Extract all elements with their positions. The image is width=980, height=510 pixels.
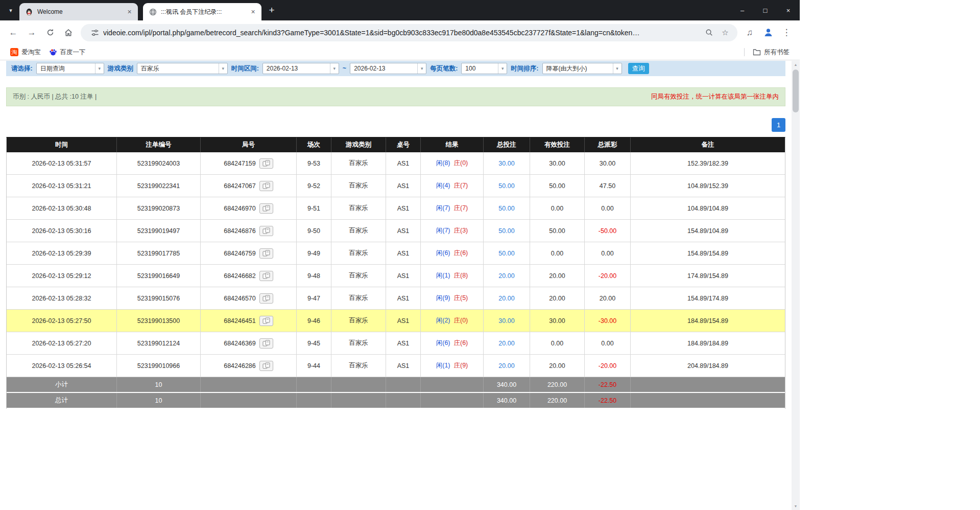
vertical-scrollbar[interactable]: ▲ ▼: [792, 61, 800, 510]
url-bar[interactable]: videoie.com/ipl/portal.php/game/betrecor…: [81, 24, 737, 41]
total-bet-link[interactable]: 50.00: [498, 182, 514, 190]
table-row: 2026-02-13 05:29:12 523199016649 6842466…: [7, 265, 785, 287]
search-button[interactable]: 查询: [628, 63, 649, 74]
scrollbar-thumb[interactable]: [793, 69, 799, 112]
media-icon: ♫: [747, 28, 753, 38]
cell-bet-id: 523199022341: [117, 175, 201, 197]
cell-bet-id: 523199012124: [117, 332, 201, 354]
date-from-select[interactable]: 2026-02-13 ▾: [262, 63, 339, 74]
scroll-down-arrow-icon[interactable]: ▼: [792, 502, 800, 510]
minimize-button[interactable]: –: [731, 0, 754, 20]
total-bet-link[interactable]: 20.00: [498, 272, 514, 280]
new-tab-button[interactable]: +: [265, 3, 279, 17]
total-row: 总计 10 340.00 220.00 -22.50: [7, 393, 785, 409]
site-settings-button[interactable]: [88, 26, 102, 39]
scroll-up-arrow-icon[interactable]: ▲: [792, 61, 800, 68]
bookmark-taobao[interactable]: 淘 爱淘宝: [6, 46, 45, 58]
total-bet-link[interactable]: 20.00: [498, 295, 514, 302]
view-game-record-button[interactable]: [259, 226, 273, 236]
menu-button[interactable]: ⋮: [779, 25, 794, 40]
cell-payout: 0.00: [585, 242, 631, 264]
view-game-record-button[interactable]: [259, 293, 273, 304]
total-bet-link[interactable]: 50.00: [498, 205, 514, 212]
refresh-button[interactable]: [42, 25, 58, 40]
tab-close-icon[interactable]: ×: [125, 8, 134, 16]
cell-valid-bet: 20.00: [530, 265, 585, 287]
bookmark-star-button[interactable]: ☆: [719, 26, 732, 39]
table-body: 2026-02-13 05:31:57 523199024003 6842471…: [7, 152, 785, 377]
total-bet-link[interactable]: 50.00: [498, 250, 514, 257]
home-icon: [64, 28, 73, 37]
page-size-select[interactable]: 100 ▾: [461, 63, 507, 74]
col-game-type: 游戏类别: [331, 137, 386, 152]
col-time: 时间: [7, 137, 117, 152]
tab-bet-record[interactable]: :::视讯 会员下注纪录::: ×: [143, 3, 261, 20]
browser-titlebar: ▾ Welcome × :::视讯 会员下注纪录::: × + – □ ×: [0, 0, 800, 20]
media-controls-button[interactable]: ♫: [742, 25, 757, 40]
total-bet-link[interactable]: 20.00: [498, 340, 514, 347]
profile-avatar-icon: [763, 27, 774, 38]
cell-payout: 0.00: [585, 332, 631, 354]
cell-time: 2026-02-13 05:31:57: [7, 152, 117, 174]
view-game-record-button[interactable]: [259, 316, 273, 326]
date-query-select[interactable]: 日期查询 ▾: [36, 63, 104, 74]
view-game-record-button[interactable]: [259, 338, 273, 349]
cell-note: 154.89/154.89: [631, 242, 785, 264]
view-game-record-button[interactable]: [259, 203, 273, 214]
tab-search-button[interactable]: ▾: [4, 4, 17, 17]
sort-order-select[interactable]: 降幂(由大到小) ▾: [542, 63, 622, 74]
total-bet-link[interactable]: 30.00: [498, 317, 514, 324]
player-result: 闲(9): [436, 294, 450, 303]
bookmark-baidu[interactable]: 百度一下: [45, 46, 90, 58]
col-bet-id: 注单编号: [117, 137, 201, 152]
view-game-record-button[interactable]: [259, 181, 273, 191]
zoom-button[interactable]: [702, 26, 715, 39]
empty-cell: [331, 377, 386, 392]
page-size-label: 每页笔数:: [430, 64, 458, 73]
forward-button[interactable]: →: [24, 25, 39, 40]
all-bookmarks-button[interactable]: 所有书签: [749, 46, 794, 58]
back-button[interactable]: ←: [6, 25, 21, 40]
window-controls: – □ ×: [731, 0, 800, 20]
cell-session: 9-47: [297, 287, 331, 309]
cell-total-bet: 20.00: [484, 355, 530, 377]
cell-bet-id: 523199024003: [117, 152, 201, 174]
taobao-icon: 淘: [10, 48, 18, 56]
cell-table: AS1: [386, 175, 421, 197]
tab-welcome[interactable]: Welcome ×: [19, 3, 138, 20]
cards-icon: [262, 340, 270, 346]
game-type-select[interactable]: 百家乐 ▾: [137, 63, 228, 74]
cell-total-bet: 50.00: [484, 197, 530, 219]
maximize-button[interactable]: □: [754, 0, 777, 20]
cell-game-type: 百家乐: [331, 220, 386, 242]
total-bet-link[interactable]: 50.00: [498, 227, 514, 235]
cell-time: 2026-02-13 05:28:32: [7, 287, 117, 309]
close-button[interactable]: ×: [777, 0, 800, 20]
view-game-record-button[interactable]: [259, 158, 273, 169]
view-game-record-button[interactable]: [259, 361, 273, 371]
cell-round: 684246682: [201, 265, 297, 287]
home-button[interactable]: [61, 25, 76, 40]
date-to-select[interactable]: 2026-02-13 ▾: [350, 63, 426, 74]
total-bet-link[interactable]: 30.00: [498, 160, 514, 167]
cell-valid-bet: 0.00: [530, 197, 585, 219]
cell-game-type: 百家乐: [331, 175, 386, 197]
banker-result: 庄(9): [454, 361, 468, 370]
view-game-record-button[interactable]: [259, 271, 273, 281]
cell-bet-id: 523199010966: [117, 355, 201, 377]
cell-valid-bet: 50.00: [530, 175, 585, 197]
table-row: 2026-02-13 05:31:21 523199022341 6842470…: [7, 175, 785, 197]
tab-close-icon[interactable]: ×: [249, 8, 257, 16]
total-bet-link[interactable]: 20.00: [498, 362, 514, 369]
profile-button[interactable]: [760, 25, 776, 40]
cell-round: 684246759: [201, 242, 297, 264]
cell-time: 2026-02-13 05:31:21: [7, 175, 117, 197]
cell-bet-id: 523199013500: [117, 310, 201, 332]
tune-icon: [91, 29, 99, 37]
url-text[interactable]: videoie.com/ipl/portal.php/game/betrecor…: [103, 29, 701, 37]
cards-icon: [262, 272, 270, 279]
cell-bet-id: 523199015076: [117, 287, 201, 309]
cell-table: AS1: [386, 152, 421, 174]
page-1-button[interactable]: 1: [772, 118, 785, 132]
view-game-record-button[interactable]: [259, 248, 273, 259]
